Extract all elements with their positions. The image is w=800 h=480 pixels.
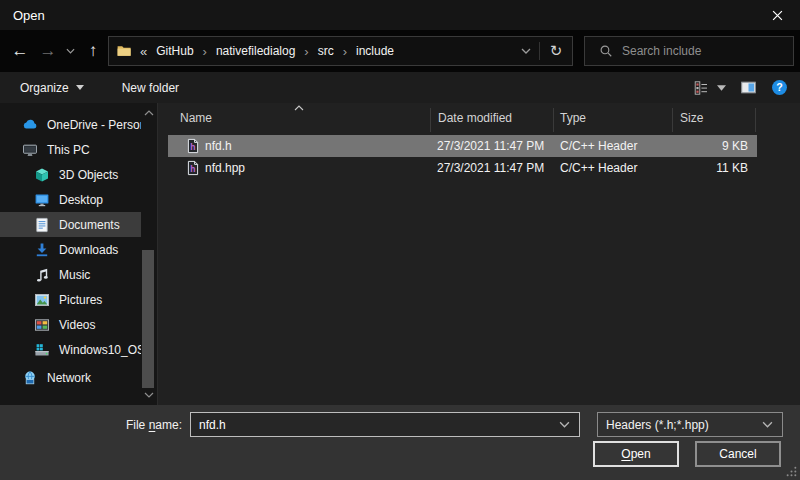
back-button[interactable]: ← [6, 30, 34, 72]
address-bar[interactable]: « GitHub › nativefiledialog › src › incl… [108, 36, 573, 66]
network-globe-icon [22, 370, 38, 386]
sidebar-scroll-down-button[interactable] [141, 388, 156, 402]
sidebar-item-onedrive[interactable]: OneDrive - Persor [0, 112, 141, 137]
sidebar-item-label: Videos [59, 318, 95, 332]
cancel-button[interactable]: Cancel [695, 441, 781, 467]
details-view-button[interactable] [693, 80, 709, 96]
window-title: Open [13, 8, 45, 23]
file-date-modified: 27/3/2021 11:47 PM [437, 161, 544, 175]
breadcrumb-item-include[interactable]: include [356, 44, 394, 58]
breadcrumb-overflow[interactable]: « [140, 44, 147, 59]
breadcrumb-separator-icon: › [343, 44, 347, 59]
column-resize-handle[interactable] [755, 108, 756, 132]
preview-pane-button[interactable] [740, 79, 757, 96]
file-type: C/C++ Header [560, 161, 637, 175]
sidebar-item-label: This PC [47, 143, 90, 157]
address-dropdown-button[interactable] [513, 37, 539, 65]
download-arrow-icon [34, 242, 50, 258]
file-type: C/C++ Header [560, 139, 637, 153]
sidebar-item-label: Network [47, 371, 91, 385]
breadcrumb-separator-icon: › [203, 44, 207, 59]
command-toolbar: Organize New folder [0, 72, 800, 103]
column-header-row: Name Date modified Type Size [158, 103, 800, 133]
up-button[interactable]: ↑ [80, 30, 106, 72]
chevron-down-icon [144, 392, 154, 398]
navigation-bar: ← → ↑ « GitHub › nativefiledialog › src … [0, 30, 800, 72]
resize-grip[interactable] [786, 466, 797, 477]
column-header-date-modified[interactable]: Date modified [438, 111, 512, 125]
refresh-button[interactable]: ↻ [540, 37, 572, 65]
help-button[interactable]: ? [771, 79, 788, 96]
sidebar-scroll-up-button[interactable] [141, 106, 156, 120]
file-name-label-pre: File [126, 418, 149, 432]
sidebar-item-network[interactable]: Network [0, 365, 141, 390]
file-size: 11 KB [672, 161, 748, 175]
svg-text:?: ? [776, 81, 782, 93]
views-dropdown-button[interactable] [717, 85, 726, 91]
sidebar-item-music[interactable]: Music [0, 262, 141, 287]
open-button[interactable]: Open [593, 441, 679, 467]
column-header-size[interactable]: Size [680, 111, 703, 125]
file-date-modified: 27/3/2021 11:47 PM [437, 139, 544, 153]
file-row-nfd-hpp[interactable]: h nfd.hpp 27/3/2021 11:47 PM C/C++ Heade… [168, 157, 757, 179]
sidebar-items: OneDrive - Persor This PC 3D Objects [0, 103, 157, 390]
sidebar-item-this-pc[interactable]: This PC [0, 137, 141, 162]
sort-ascending-icon [294, 105, 304, 111]
file-name-input[interactable] [191, 418, 559, 432]
close-button[interactable] [754, 0, 800, 30]
breadcrumb-separator-icon: › [304, 44, 308, 59]
sidebar-item-videos[interactable]: Videos [0, 312, 141, 337]
sidebar-item-label: Documents [59, 218, 120, 232]
column-resize-handle[interactable] [672, 108, 673, 132]
desktop-icon [34, 192, 50, 208]
organize-label: Organize [20, 81, 69, 95]
drive-icon [34, 342, 50, 358]
column-resize-handle[interactable] [553, 108, 554, 132]
new-folder-button[interactable]: New folder [118, 72, 183, 103]
sidebar-item-label: OneDrive - Persor [47, 118, 141, 132]
header-file-icon: h [185, 138, 201, 154]
file-type-value: Headers (*.h;*.hpp) [598, 418, 709, 432]
forward-button[interactable]: → [34, 30, 62, 72]
search-icon [599, 44, 613, 58]
svg-text:h: h [190, 142, 195, 152]
close-icon [772, 10, 783, 21]
recent-locations-button[interactable] [62, 30, 78, 72]
sidebar-item-documents[interactable]: Documents [0, 212, 141, 237]
column-header-name[interactable]: Name [180, 111, 212, 125]
sidebar-item-downloads[interactable]: Downloads [0, 237, 141, 262]
file-name: nfd.h [205, 139, 232, 153]
chevron-down-icon [66, 48, 75, 54]
sidebar-item-pictures[interactable]: Pictures [0, 287, 141, 312]
search-input[interactable] [622, 44, 793, 58]
cloud-icon [22, 117, 38, 133]
open-button-rest: pen [631, 447, 651, 461]
film-strip-icon [34, 317, 50, 333]
search-box[interactable] [584, 36, 794, 66]
svg-text:h: h [190, 164, 195, 174]
file-type-combobox[interactable]: Headers (*.h;*.hpp) [597, 412, 783, 437]
column-header-type[interactable]: Type [560, 111, 586, 125]
breadcrumb-item-src[interactable]: src [318, 44, 334, 58]
sidebar-item-label: Music [59, 268, 90, 282]
navigation-pane: OneDrive - Persor This PC 3D Objects [0, 103, 157, 405]
sidebar-item-windows10-os[interactable]: Windows10_OS ( [0, 337, 141, 362]
file-row-nfd-h[interactable]: h nfd.h 27/3/2021 11:47 PM C/C++ Header … [168, 135, 757, 157]
sidebar-item-desktop[interactable]: Desktop [0, 187, 141, 212]
forward-arrow-icon: → [40, 41, 57, 61]
header-file-icon: h [185, 160, 201, 176]
column-resize-handle[interactable] [430, 108, 431, 132]
refresh-icon: ↻ [550, 42, 563, 60]
breadcrumb-item-github[interactable]: GitHub [156, 44, 193, 58]
document-icon [34, 217, 50, 233]
sidebar-scrollbar-thumb[interactable] [142, 250, 154, 388]
sidebar-item-3d-objects[interactable]: 3D Objects [0, 162, 141, 187]
organize-button[interactable]: Organize [16, 72, 88, 103]
cube-icon [34, 167, 50, 183]
file-name-combobox[interactable] [190, 412, 580, 437]
open-file-dialog: { "window": { "title": "Open" }, "naviga… [0, 0, 800, 480]
chevron-down-icon[interactable] [559, 421, 570, 428]
breadcrumb-item-nativefiledialog[interactable]: nativefiledialog [216, 44, 295, 58]
new-folder-label: New folder [122, 81, 179, 95]
cancel-button-label: Cancel [719, 447, 756, 461]
